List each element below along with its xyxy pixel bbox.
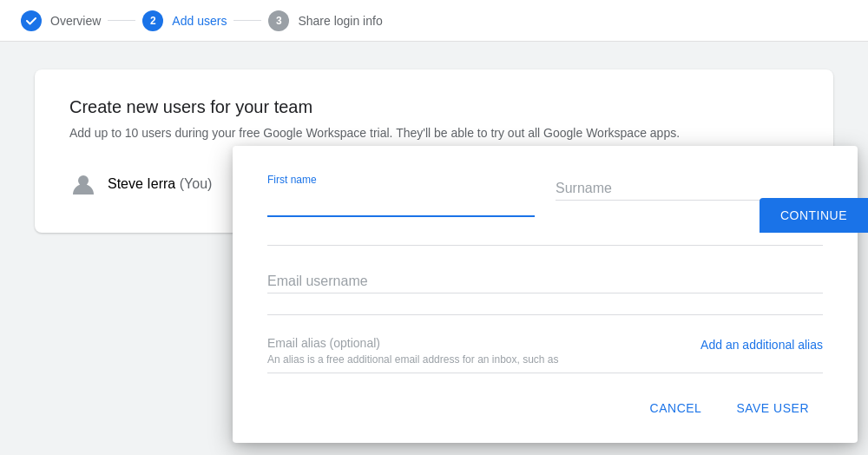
user-avatar-icon: [69, 170, 97, 198]
form-divider-1: [267, 245, 823, 246]
alias-label: Email alias (optional): [267, 336, 380, 350]
card-description: Add up to 10 users during your free Goog…: [69, 124, 799, 142]
step-divider-1: [108, 20, 135, 21]
first-name-label: First name: [267, 174, 535, 186]
modal-footer: CANCEL SAVE USER: [267, 394, 823, 422]
continue-button[interactable]: CONTINUE: [760, 198, 868, 233]
name-form-row: First name: [267, 174, 823, 224]
email-field-group: [267, 267, 823, 293]
alias-description: An alias is a free additional email addr…: [267, 353, 823, 366]
step-divider-2: [233, 20, 261, 21]
add-user-modal: First name Email alias (optional) Add an…: [233, 146, 858, 443]
card-title: Create new users for your team: [69, 97, 799, 117]
step-3-circle: 3: [268, 10, 289, 31]
add-alias-link[interactable]: Add an additional alias: [700, 338, 823, 352]
stepper-step-overview: Overview: [21, 10, 101, 31]
stepper-step-share-login: 3 Share login info: [268, 10, 382, 31]
continue-btn-container: CONTINUE: [760, 198, 868, 233]
cancel-button[interactable]: CANCEL: [636, 394, 716, 422]
stepper-bar: Overview 2 Add users 3 Share login info: [0, 0, 868, 42]
first-name-field-group: First name: [267, 174, 535, 217]
you-label: (You): [180, 176, 213, 191]
stepper-step-add-users: 2 Add users: [142, 10, 227, 31]
alias-section: Email alias (optional) Add an additional…: [267, 336, 823, 373]
surname-input[interactable]: [556, 174, 823, 201]
check-icon: [25, 15, 37, 27]
email-username-input[interactable]: [267, 267, 823, 293]
existing-user-name: Steve Ierra (You): [108, 176, 212, 192]
step-1-label: Overview: [50, 14, 101, 28]
alias-divider: [267, 373, 823, 373]
step-3-label: Share login info: [298, 14, 382, 28]
step-1-circle: [21, 10, 42, 31]
alias-header: Email alias (optional) Add an additional…: [267, 336, 823, 353]
save-user-button[interactable]: SAVE USER: [722, 394, 823, 422]
form-divider-2: [267, 314, 823, 315]
step-2-label: Add users: [172, 14, 227, 28]
first-name-input[interactable]: [267, 189, 535, 217]
step-2-circle: 2: [142, 10, 163, 31]
main-content: Create new users for your team Add up to…: [0, 42, 868, 233]
